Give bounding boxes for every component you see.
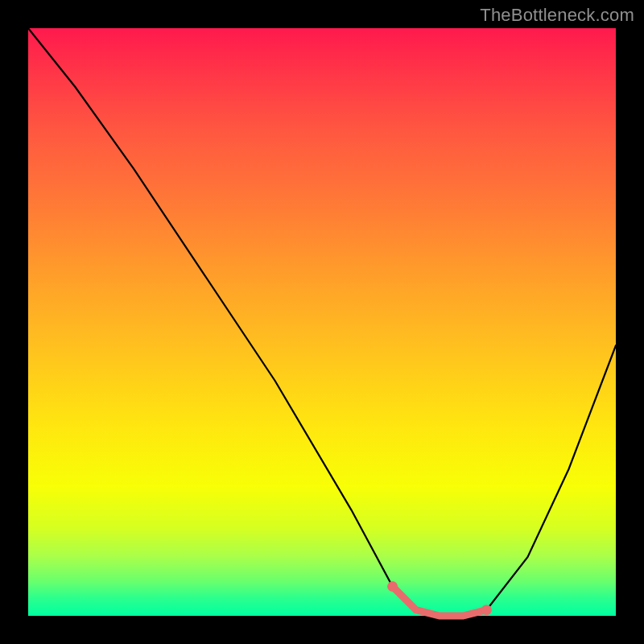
- watermark-text: TheBottleneck.com: [480, 5, 634, 26]
- plot-area: [28, 28, 616, 616]
- highlight-dot: [387, 581, 398, 592]
- highlight-dot: [481, 605, 492, 615]
- chart-frame: TheBottleneck.com: [0, 0, 644, 644]
- highlighted-bottom: [393, 587, 487, 617]
- chart-svg: [28, 28, 616, 616]
- bottleneck-curve: [28, 28, 616, 616]
